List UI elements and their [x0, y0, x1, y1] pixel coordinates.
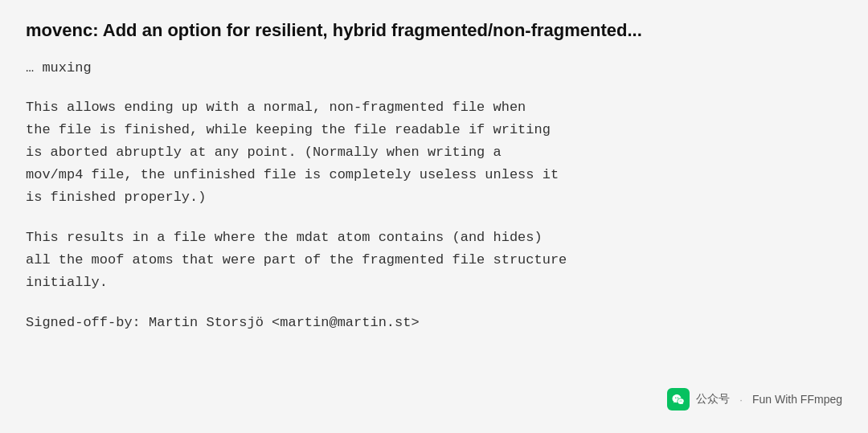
- watermark-channel: Fun With FFmpeg: [752, 393, 842, 406]
- watermark-label: 公众号: [696, 392, 730, 406]
- signed-off-line: Signed-off-by: Martin Storsjö <martin@ma…: [26, 312, 842, 333]
- watermark-separator: ·: [739, 394, 743, 406]
- commit-title: movenc: Add an option for resilient, hyb…: [26, 19, 842, 43]
- watermark: 公众号 · Fun With FFmpeg: [667, 388, 842, 411]
- main-container: movenc: Add an option for resilient, hyb…: [0, 0, 868, 433]
- wechat-icon: [667, 388, 690, 411]
- paragraph-2: This results in a file where the mdat at…: [26, 227, 842, 294]
- commit-subtitle: … muxing: [26, 57, 842, 79]
- paragraph-1: This allows ending up with a normal, non…: [26, 96, 842, 209]
